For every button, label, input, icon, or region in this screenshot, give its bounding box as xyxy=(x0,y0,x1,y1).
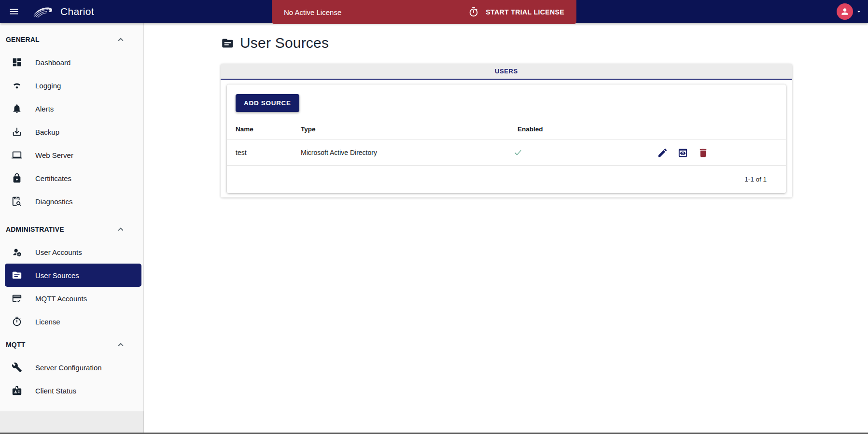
sidebar-section-mqtt[interactable]: MQTT xyxy=(0,333,143,356)
folder-sources-icon xyxy=(221,37,234,50)
column-header-type: Type xyxy=(301,126,513,133)
page-header: User Sources xyxy=(221,35,329,51)
sidebar-item-label: Test Client xyxy=(35,410,69,412)
source-enabled-cell xyxy=(513,148,653,157)
sidebar: GENERAL Dashboard Logging Alerts Backup … xyxy=(0,23,144,411)
sidebar-item-label: Web Server xyxy=(35,151,73,159)
source-name-cell: test xyxy=(227,149,301,156)
test-client-icon xyxy=(12,408,22,411)
app-title: Chariot xyxy=(60,6,94,17)
sidebar-section-label: MQTT xyxy=(6,341,25,349)
sidebar-section-general[interactable]: GENERAL xyxy=(0,28,143,51)
chevron-up-icon[interactable] xyxy=(115,34,126,45)
table-header-row: Name Type Enabled xyxy=(227,119,786,140)
start-trial-license-label: START TRIAL LICENSE xyxy=(486,8,564,16)
server-configuration-icon xyxy=(12,362,22,373)
web-server-icon xyxy=(12,150,22,160)
diagnostics-icon xyxy=(12,196,22,207)
column-header-enabled: Enabled xyxy=(513,126,653,133)
certificates-icon xyxy=(12,173,22,183)
sidebar-item-user-accounts[interactable]: User Accounts xyxy=(0,240,143,264)
sidebar-item-label: Client Status xyxy=(35,387,76,395)
card-toolbar: ADD SOURCE xyxy=(227,84,786,119)
pagination-label: 1-1 of 1 xyxy=(744,176,767,183)
edit-icon[interactable] xyxy=(657,147,668,158)
sidebar-item-label: User Sources xyxy=(35,271,79,280)
sidebar-item-user-sources[interactable]: User Sources xyxy=(5,264,141,287)
sources-card: ADD SOURCE Name Type Enabled test Micros… xyxy=(227,84,786,193)
license-banner: No Active License START TRIAL LICENSE xyxy=(272,0,576,24)
sidebar-section-label: GENERAL xyxy=(6,36,40,43)
sidebar-item-web-server[interactable]: Web Server xyxy=(0,143,143,167)
backup-icon xyxy=(12,126,22,137)
chevron-up-icon[interactable] xyxy=(115,224,126,235)
add-source-button[interactable]: ADD SOURCE xyxy=(236,94,299,112)
sidebar-item-test-client[interactable]: Test Client xyxy=(0,402,143,411)
sidebar-item-label: Certificates xyxy=(35,174,71,182)
user-sources-icon xyxy=(12,270,22,280)
sidebar-item-label: License xyxy=(35,318,60,326)
sidebar-item-label: Diagnostics xyxy=(35,197,73,206)
table-row: test Microsoft Active Directory xyxy=(227,140,786,166)
sidebar-item-dashboard[interactable]: Dashboard xyxy=(0,51,143,74)
sidebar-item-certificates[interactable]: Certificates xyxy=(0,167,143,190)
sidebar-item-label: Dashboard xyxy=(35,58,70,67)
sidebar-item-label: MQTT Accounts xyxy=(35,294,87,303)
enabled-check-icon xyxy=(513,148,653,157)
sidebar-item-logging[interactable]: Logging xyxy=(0,74,143,97)
sidebar-item-label: Server Configuration xyxy=(35,364,102,372)
users-panel: USERS ADD SOURCE Name Type Enabled test … xyxy=(221,64,792,197)
column-header-name: Name xyxy=(227,126,301,133)
sidebar-item-server-configuration[interactable]: Server Configuration xyxy=(0,356,143,379)
sidebar-item-license[interactable]: License xyxy=(0,310,143,333)
alerts-icon xyxy=(12,103,22,114)
avatar[interactable] xyxy=(837,3,853,20)
source-type-cell: Microsoft Active Directory xyxy=(301,149,513,156)
sidebar-item-label: Backup xyxy=(35,128,59,136)
start-trial-license-button[interactable]: START TRIAL LICENSE xyxy=(468,7,564,17)
sidebar-item-backup[interactable]: Backup xyxy=(0,120,143,143)
license-icon xyxy=(12,316,22,327)
license-banner-message: No Active License xyxy=(284,8,341,16)
sidebar-section-label: ADMINISTRATIVE xyxy=(6,225,64,233)
person-icon xyxy=(840,7,850,16)
preview-icon[interactable] xyxy=(677,147,688,158)
sidebar-section-administrative[interactable]: ADMINISTRATIVE xyxy=(0,218,143,240)
dashboard-icon xyxy=(12,57,22,68)
chariot-logo-icon xyxy=(31,4,55,19)
sidebar-footer-area xyxy=(0,411,144,433)
sidebar-item-label: User Accounts xyxy=(35,248,82,256)
tab-bar: USERS xyxy=(221,64,792,80)
chevron-down-icon[interactable] xyxy=(855,8,862,15)
tab-users[interactable]: USERS xyxy=(483,64,530,79)
sidebar-item-mqtt-accounts[interactable]: MQTT Accounts xyxy=(0,287,143,310)
logging-icon xyxy=(12,80,22,91)
timer-icon xyxy=(468,7,479,17)
page-title: User Sources xyxy=(240,35,329,51)
chevron-up-icon[interactable] xyxy=(115,339,126,350)
sidebar-item-label: Logging xyxy=(35,82,61,90)
mqtt-accounts-icon xyxy=(12,293,22,304)
pagination: 1-1 of 1 xyxy=(227,166,786,193)
client-status-icon xyxy=(12,385,22,396)
row-actions xyxy=(653,147,786,158)
sidebar-item-label: Alerts xyxy=(35,105,54,113)
menu-icon[interactable] xyxy=(6,4,22,19)
delete-icon[interactable] xyxy=(698,147,709,158)
panel-body: ADD SOURCE Name Type Enabled test Micros… xyxy=(221,80,792,197)
user-accounts-icon xyxy=(12,247,22,257)
sidebar-item-client-status[interactable]: Client Status xyxy=(0,379,143,402)
sidebar-item-alerts[interactable]: Alerts xyxy=(0,97,143,120)
sidebar-item-diagnostics[interactable]: Diagnostics xyxy=(0,190,143,213)
user-menu xyxy=(837,0,862,23)
